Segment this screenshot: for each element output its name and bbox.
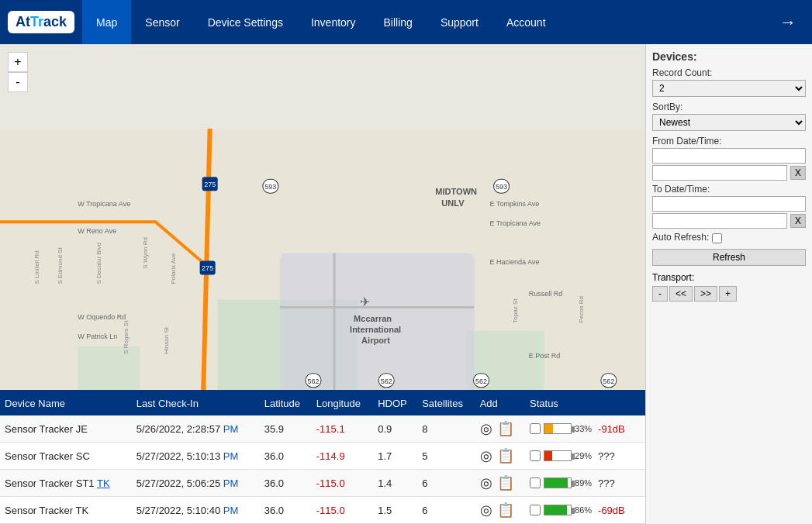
battery-nub xyxy=(572,453,575,460)
battery-nub xyxy=(572,508,575,514)
svg-text:E Post Rd: E Post Rd xyxy=(529,352,561,360)
cell-satellites: 5 xyxy=(417,443,475,470)
svg-text:Russell Rd: Russell Rd xyxy=(529,290,563,298)
auto-refresh-checkbox[interactable] xyxy=(712,233,722,243)
battery-fill xyxy=(544,451,552,460)
zoom-out-button[interactable]: - xyxy=(8,72,28,92)
clipboard-icon[interactable]: 📋 xyxy=(497,502,514,519)
from-time-input[interactable] xyxy=(652,165,787,181)
svg-text:✈: ✈ xyxy=(360,295,370,309)
to-time-input[interactable] xyxy=(652,213,787,229)
logout-button[interactable]: → xyxy=(772,12,804,33)
cell-checkin: 5/27/2022, 5:06:25 PM xyxy=(132,470,260,497)
devices-title: Devices: xyxy=(652,50,806,63)
nav-inventory[interactable]: Inventory xyxy=(297,0,370,44)
transport-plus-button[interactable]: + xyxy=(719,286,737,302)
cell-status: 86% -69dB xyxy=(525,497,645,524)
from-clear-button[interactable]: X xyxy=(790,166,806,180)
to-datetime-label: To Date/Time: xyxy=(652,184,806,195)
cell-checkin: 5/27/2022, 5:10:40 PM xyxy=(132,497,260,524)
nav-sensor[interactable]: Sensor xyxy=(131,0,193,44)
svg-text:MIDTOWN: MIDTOWN xyxy=(435,187,477,196)
cell-satellites: 6 xyxy=(417,470,475,497)
battery-fill xyxy=(544,505,567,515)
col-device-name: Device Name xyxy=(0,391,132,415)
battery-percent: 33% xyxy=(575,424,592,433)
nav-device-settings[interactable]: Device Settings xyxy=(194,0,297,44)
cell-latitude: 36.0 xyxy=(260,443,312,470)
to-date-input[interactable] xyxy=(652,196,806,212)
nav-support[interactable]: Support xyxy=(427,0,492,44)
svg-text:S Rogers St: S Rogers St xyxy=(123,320,130,354)
svg-text:562: 562 xyxy=(381,377,392,385)
svg-text:Pecos Rd: Pecos Rd xyxy=(578,296,585,323)
svg-text:562: 562 xyxy=(307,377,319,385)
col-last-checkin: Last Check-In xyxy=(132,391,260,415)
clipboard-icon[interactable]: 📋 xyxy=(497,420,514,437)
nav-billing[interactable]: Billing xyxy=(370,0,427,44)
battery-nub xyxy=(572,481,575,487)
cell-device-name: Sensor Tracker ST1 TK xyxy=(0,470,132,497)
cell-device-name: Sensor Tracker SC xyxy=(0,443,132,470)
logo: AtTrack xyxy=(8,11,74,33)
svg-text:S Edmond St: S Edmond St xyxy=(57,247,64,284)
navbar: AtTrack Map Sensor Device Settings Inven… xyxy=(0,0,812,44)
cell-status: 33% -91dB xyxy=(525,415,645,443)
cell-latitude: 35.9 xyxy=(260,415,312,443)
svg-text:E Hacienda Ave: E Hacienda Ave xyxy=(490,258,540,266)
location-pin-icon[interactable]: ◎ xyxy=(480,474,492,491)
transport-next-button[interactable]: >> xyxy=(694,286,717,302)
cell-device-name: Sensor Tracker JE xyxy=(0,415,132,443)
cell-checkin: 5/27/2022, 5:10:13 PM xyxy=(132,443,260,470)
record-count-select[interactable]: 2 5 10 xyxy=(652,80,806,97)
cell-add: ◎ 📋 xyxy=(475,470,525,497)
cell-hdop: 1.4 xyxy=(373,470,417,497)
svg-text:S Decatur Blvd: S Decatur Blvd xyxy=(95,243,102,284)
transport-label: Transport: xyxy=(652,272,806,283)
cell-satellites: 6 xyxy=(417,497,475,524)
auto-refresh-label: Auto Refresh: xyxy=(652,232,709,243)
clipboard-icon[interactable]: 📋 xyxy=(497,474,514,491)
transport-prev-button[interactable]: << xyxy=(669,286,693,302)
status-checkbox[interactable] xyxy=(530,505,541,515)
col-longitude: Longitude xyxy=(312,391,373,415)
nav-account[interactable]: Account xyxy=(492,0,560,44)
svg-text:593: 593 xyxy=(264,183,276,191)
device-name-link[interactable]: TK xyxy=(97,477,110,489)
svg-text:562: 562 xyxy=(475,377,487,385)
cell-satellites: 8 xyxy=(417,415,475,443)
battery-bar xyxy=(544,505,572,515)
record-count-label: Record Count: xyxy=(652,67,806,78)
battery-fill xyxy=(544,424,553,433)
cell-longitude: -114.9 xyxy=(312,443,373,470)
location-pin-icon[interactable]: ◎ xyxy=(480,420,492,437)
cell-add: ◎ 📋 xyxy=(475,497,525,524)
table-row: Sensor Tracker SC5/27/2022, 5:10:13 PM36… xyxy=(0,443,645,470)
status-checkbox[interactable] xyxy=(530,450,541,461)
status-checkbox[interactable] xyxy=(530,423,541,434)
col-status: Status xyxy=(525,391,645,415)
svg-text:W Tropicana Ave: W Tropicana Ave xyxy=(78,200,130,208)
from-date-input[interactable] xyxy=(652,148,806,164)
transport-minus-button[interactable]: - xyxy=(652,286,668,302)
zoom-in-button[interactable]: + xyxy=(8,52,28,72)
svg-text:275: 275 xyxy=(202,264,213,272)
to-clear-button[interactable]: X xyxy=(790,214,806,228)
cell-hdop: 1.5 xyxy=(373,497,417,524)
to-time-row: X xyxy=(652,213,806,229)
cell-longitude: -115.0 xyxy=(312,470,373,497)
cell-longitude: -115.0 xyxy=(312,497,373,524)
battery-fill xyxy=(544,478,568,488)
status-checkbox[interactable] xyxy=(530,477,541,488)
svg-text:W Patrick Ln: W Patrick Ln xyxy=(78,333,117,340)
refresh-button[interactable]: Refresh xyxy=(652,249,806,266)
svg-text:Polaris Ave: Polaris Ave xyxy=(170,253,177,284)
cell-latitude: 36.0 xyxy=(260,470,312,497)
sort-by-select[interactable]: Newest Oldest xyxy=(652,114,806,131)
nav-map[interactable]: Map xyxy=(82,0,131,44)
signal-value: ??? xyxy=(598,450,615,462)
location-pin-icon[interactable]: ◎ xyxy=(480,502,492,519)
clipboard-icon[interactable]: 📋 xyxy=(497,447,514,464)
location-pin-icon[interactable]: ◎ xyxy=(480,447,492,464)
battery-bar xyxy=(544,423,572,434)
